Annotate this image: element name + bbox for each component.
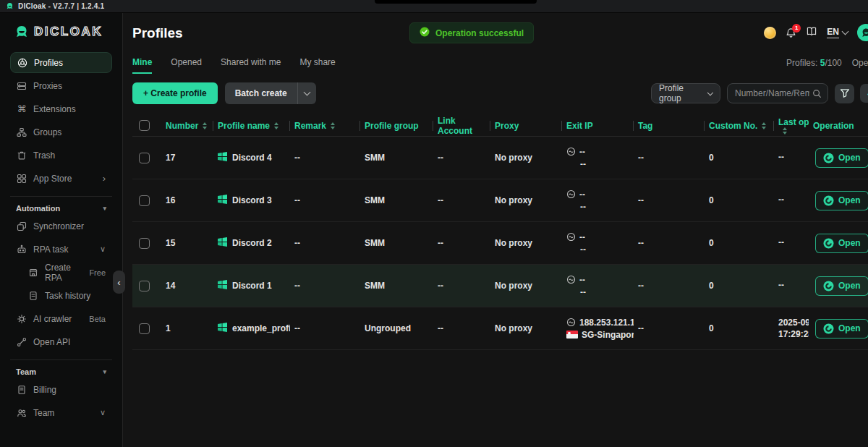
row-checkbox[interactable] bbox=[139, 195, 150, 206]
section-team[interactable]: Team ▾ bbox=[16, 367, 106, 376]
section-label: Team bbox=[16, 367, 36, 376]
windows-icon bbox=[218, 280, 227, 291]
cell-last-open: -- bbox=[774, 195, 809, 206]
search-input[interactable] bbox=[735, 88, 809, 98]
sidebar-item-task-history[interactable]: Task history bbox=[22, 285, 112, 306]
sidebar-item-rpa-task[interactable]: RPA task ∨ bbox=[10, 239, 112, 260]
search-icon bbox=[812, 89, 822, 98]
row-checkbox[interactable] bbox=[139, 153, 150, 163]
sidebar-item-synchronizer[interactable]: Synchronizer bbox=[10, 216, 112, 237]
sidebar-item-profiles[interactable]: Profiles bbox=[10, 52, 112, 73]
book-icon bbox=[806, 26, 817, 37]
tab-opened[interactable]: Opened bbox=[171, 57, 202, 74]
tab-my-share[interactable]: My share bbox=[299, 57, 335, 74]
sidebar-item-billing[interactable]: Billing bbox=[10, 379, 112, 400]
sidebar-item-groups[interactable]: Groups bbox=[10, 122, 112, 142]
search-box bbox=[727, 83, 828, 103]
batch-create-dropdown[interactable] bbox=[297, 82, 316, 104]
col-last-open[interactable]: Last open bbox=[774, 115, 809, 136]
sidebar-item-label: Billing bbox=[33, 385, 56, 395]
col-profile-name[interactable]: Profile name bbox=[213, 115, 290, 136]
panel-expand-button[interactable]: ‹ bbox=[860, 84, 868, 103]
cell-profile-group: SMM bbox=[360, 195, 433, 205]
tab-shared-with-me[interactable]: Shared with me bbox=[221, 57, 281, 74]
docs-button[interactable] bbox=[806, 26, 817, 40]
row-checkbox[interactable] bbox=[139, 281, 150, 291]
language-selector[interactable]: EN bbox=[827, 27, 848, 38]
free-badge: Free bbox=[89, 268, 106, 277]
create-profile-button[interactable]: + Create profile bbox=[132, 82, 218, 104]
sort-icon bbox=[331, 122, 335, 129]
sort-icon bbox=[762, 122, 766, 129]
browser-icon bbox=[823, 153, 834, 163]
open-profile-button[interactable]: Open bbox=[815, 276, 868, 296]
windows-icon bbox=[218, 323, 227, 334]
select-all-checkbox[interactable] bbox=[139, 120, 150, 131]
tab-mine[interactable]: Mine bbox=[132, 57, 152, 74]
batch-create-button[interactable]: Batch create bbox=[225, 82, 316, 104]
sidebar-item-ai-crawler[interactable]: AI crawler Beta bbox=[10, 308, 112, 329]
open-profile-button[interactable]: Open bbox=[815, 319, 868, 339]
sidebar-item-trash[interactable]: Trash bbox=[10, 145, 112, 166]
section-automation[interactable]: Automation ▾ bbox=[16, 204, 106, 213]
success-toast: Operation successful bbox=[409, 22, 534, 43]
browser-icon bbox=[823, 195, 834, 206]
chevron-down-icon: ∨ bbox=[100, 408, 106, 417]
create-rpa-icon bbox=[28, 268, 38, 278]
avatar[interactable] bbox=[857, 24, 868, 41]
caret-down-icon: ▾ bbox=[103, 205, 106, 212]
toolbar: + Create profile Batch create Profile gr… bbox=[132, 82, 868, 105]
cell-last-open: -- bbox=[774, 280, 809, 291]
window-titlebar: DICloak - V2.7.7 | 1.2.4.1 bbox=[0, 0, 868, 13]
profile-group-select[interactable]: Profile group bbox=[651, 83, 720, 103]
cell-last-open: -- bbox=[774, 237, 809, 249]
beta-badge: Beta bbox=[89, 315, 106, 323]
col-remark[interactable]: Remark bbox=[290, 115, 360, 136]
table-header-row: Number Profile name Remark Profile group… bbox=[132, 115, 868, 137]
open-profile-button[interactable]: Open bbox=[815, 234, 868, 253]
notifications-button[interactable]: 1 bbox=[786, 27, 796, 38]
sidebar-item-open-api[interactable]: Open API bbox=[10, 331, 112, 352]
cell-number: 1 bbox=[161, 323, 213, 333]
table-row[interactable]: 17 Discord 4 -- SMM -- No proxy -- -- --… bbox=[132, 137, 868, 179]
groups-icon bbox=[17, 127, 27, 137]
rpa-task-icon bbox=[17, 244, 27, 255]
sidebar: DICLOAK Profiles Proxies ⌘ Extensions Gr… bbox=[0, 13, 123, 447]
sidebar-item-label: Synchronizer bbox=[33, 221, 84, 231]
cell-last-open: 2025-09-17:29:28 bbox=[774, 318, 809, 339]
table-row[interactable]: 15 Discord 2 -- SMM -- No proxy -- -- --… bbox=[132, 222, 868, 265]
sidebar-item-create-rpa[interactable]: Create RPA Free bbox=[22, 262, 112, 283]
open-profile-button[interactable]: Open bbox=[815, 191, 868, 210]
sidebar-item-app-store[interactable]: App Store › bbox=[10, 168, 112, 189]
open-profile-button[interactable]: Open bbox=[815, 148, 868, 168]
cell-last-open: -- bbox=[774, 152, 809, 163]
coin-icon[interactable] bbox=[764, 27, 776, 39]
cell-custom-no: 0 bbox=[705, 281, 774, 291]
filter-funnel-icon bbox=[840, 88, 850, 98]
row-checkbox[interactable] bbox=[139, 238, 150, 249]
row-checkbox[interactable] bbox=[139, 323, 150, 334]
sidebar-item-team[interactable]: Team ∨ bbox=[10, 402, 112, 423]
sidebar-item-extensions[interactable]: ⌘ Extensions bbox=[10, 98, 112, 119]
table-row[interactable]: 14 Discord 1 -- SMM -- No proxy -- -- --… bbox=[132, 265, 868, 307]
col-custom-no[interactable]: Custom No. bbox=[705, 115, 774, 136]
table-row[interactable]: 1 example_profile -- Ungrouped -- No pro… bbox=[132, 307, 868, 350]
browser-icon bbox=[823, 238, 834, 249]
chevron-down-icon bbox=[707, 89, 713, 95]
table-row[interactable]: 16 Discord 3 -- SMM -- No proxy -- -- --… bbox=[132, 179, 868, 222]
cell-exit-ip: -- -- bbox=[562, 147, 634, 169]
sidebar-collapse-handle[interactable]: ‹ bbox=[113, 271, 125, 294]
tabs: Mine Opened Shared with me My share Prof… bbox=[132, 54, 868, 74]
caret-down-icon: ▾ bbox=[103, 368, 106, 375]
cell-link-account: -- bbox=[433, 195, 490, 205]
filter-button[interactable] bbox=[835, 84, 854, 103]
col-number[interactable]: Number bbox=[161, 115, 213, 136]
profile-group-value: Profile group bbox=[659, 83, 704, 103]
cell-proxy: No proxy bbox=[490, 195, 562, 205]
sort-icon bbox=[203, 122, 207, 129]
check-circle-icon bbox=[420, 27, 430, 39]
sidebar-item-label: Create RPA bbox=[45, 263, 82, 283]
sidebar-item-proxies[interactable]: Proxies bbox=[10, 75, 112, 96]
cell-proxy: No proxy bbox=[490, 281, 562, 291]
cell-remark: -- bbox=[290, 153, 360, 163]
